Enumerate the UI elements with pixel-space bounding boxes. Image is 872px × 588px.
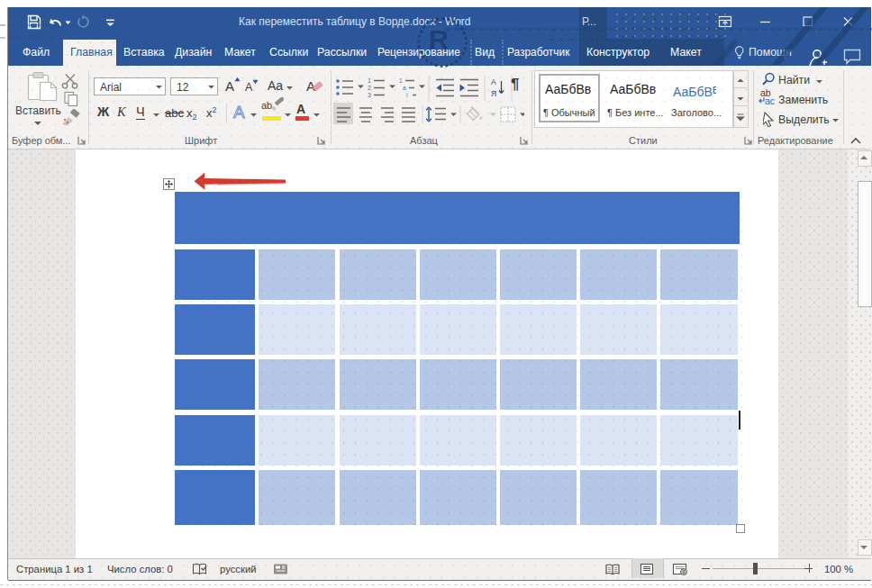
svg-text:А: А bbox=[491, 77, 496, 86]
svg-text:A: A bbox=[233, 103, 245, 122]
svg-text:1: 1 bbox=[399, 77, 403, 84]
svg-text:3: 3 bbox=[368, 92, 371, 98]
svg-text:a: a bbox=[403, 85, 406, 91]
svg-text:Я: Я bbox=[491, 89, 496, 98]
svg-text:1: 1 bbox=[368, 77, 371, 84]
svg-text:2: 2 bbox=[368, 85, 371, 91]
svg-text:i: i bbox=[406, 92, 407, 98]
